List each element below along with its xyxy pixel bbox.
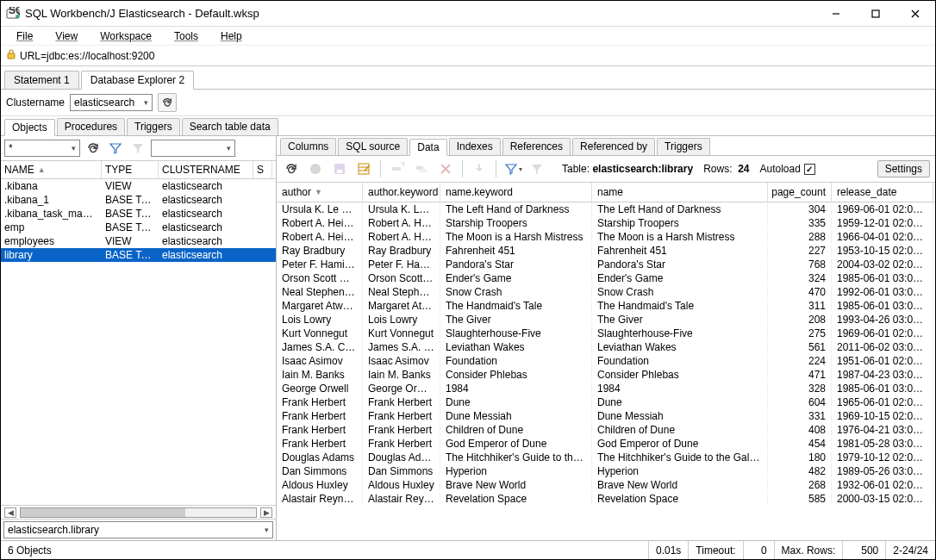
menu-file[interactable]: File	[6, 28, 43, 44]
clustername-select[interactable]: elasticsearch▾	[70, 94, 153, 111]
dcol-name[interactable]: name	[592, 183, 768, 202]
data-grid-body[interactable]: Ursula K. Le GuinUrsula K. Le GuinThe Le…	[277, 202, 935, 540]
object-row[interactable]: .kibana_task_managerBASE TABLEelasticsea…	[1, 207, 276, 221]
status-timeout-value[interactable]: 0	[743, 541, 774, 559]
data-row[interactable]: Kurt VonnegutKurt VonnegutSlaughterhouse…	[277, 327, 935, 340]
object-row-selected[interactable]: libraryBASE TABLEelasticsearch	[1, 248, 276, 262]
dcol-author[interactable]: author▼	[277, 183, 363, 202]
object-grid-header: NAME▲ TYPE CLUSTERNAME S	[1, 161, 276, 179]
data-row[interactable]: Dan SimmonsDan SimmonsHyperionHyperion48…	[277, 464, 935, 478]
dtab-triggers[interactable]: Triggers	[657, 138, 710, 155]
copy-row-icon[interactable]	[412, 159, 431, 178]
data-row[interactable]: Peter F. HamiltonPeter F. HamiltonPandor…	[277, 258, 935, 271]
tab-database-explorer-2[interactable]: Database Explorer 2	[81, 71, 194, 90]
data-row[interactable]: George OrwellGeorge Orwell19841984328198…	[277, 382, 935, 395]
selected-object-combo[interactable]: elasticsearch.library▾	[3, 521, 273, 538]
data-row[interactable]: Frank HerbertFrank HerbertChildren of Du…	[277, 423, 935, 437]
dcol-release-date[interactable]: release_date	[832, 183, 933, 202]
data-row[interactable]: Robert A. HeinleinRobert A. HeinleinStar…	[277, 216, 935, 230]
data-row[interactable]: Ray BradburyRay BradburyFahrenheit 451Fa…	[277, 244, 935, 258]
object-row[interactable]: employeesVIEWelasticsearch	[1, 234, 276, 248]
filter-funnel-clear-icon[interactable]	[527, 159, 546, 178]
insert-row-icon[interactable]: +	[388, 159, 407, 178]
object-row[interactable]: empBASE TABLEelasticsearch	[1, 221, 276, 234]
autoload-label: Autoload	[760, 163, 801, 175]
dtab-sql-source[interactable]: SQL source	[338, 138, 408, 155]
hscroll-left-icon[interactable]: ◀	[4, 507, 16, 518]
explorer-subtabs: Objects Procedures Triggers Search table…	[1, 116, 935, 136]
stop-icon[interactable]	[306, 159, 325, 178]
name-filter-combo[interactable]: ▾	[151, 140, 235, 157]
hscroll-thumb[interactable]	[21, 508, 185, 517]
filter-funnel-icon[interactable]	[106, 139, 125, 158]
toolbar-separator	[462, 160, 463, 177]
status-position: 2-24/24	[885, 541, 935, 559]
menu-help[interactable]: Help	[210, 28, 253, 44]
dcol-page-count[interactable]: page_count	[768, 183, 832, 202]
subtab-objects[interactable]: Objects	[4, 119, 55, 136]
svg-text:+: +	[401, 162, 404, 170]
save-icon[interactable]	[330, 159, 349, 178]
dtab-referenced-by[interactable]: Referenced by	[572, 138, 655, 155]
data-row[interactable]: Isaac AsimovIsaac AsimovFoundationFounda…	[277, 354, 935, 368]
col-clustername[interactable]: CLUSTERNAME	[159, 161, 253, 178]
maximize-button[interactable]	[856, 1, 895, 27]
refresh-data-icon[interactable]	[282, 159, 301, 178]
dtab-data[interactable]: Data	[409, 139, 446, 156]
app-window: SQL SQL Workbench/J Elasticsearch - Defa…	[0, 0, 936, 560]
svg-rect-10	[337, 170, 342, 173]
data-row[interactable]: Iain M. BanksIain M. BanksConsider Phleb…	[277, 368, 935, 382]
dtab-columns[interactable]: Columns	[280, 138, 336, 155]
data-row[interactable]: Neal StephensonNeal StephensonSnow Crash…	[277, 285, 935, 299]
menu-workspace[interactable]: Workspace	[90, 28, 162, 44]
data-row[interactable]: Alastair ReynoldsAlastair ReynoldsRevela…	[277, 492, 935, 506]
subtab-search-table-data[interactable]: Search table data	[182, 118, 278, 135]
data-row[interactable]: Frank HerbertFrank HerbertDuneDune604196…	[277, 395, 935, 409]
menu-tools[interactable]: Tools	[164, 28, 209, 44]
commit-down-icon[interactable]	[470, 159, 489, 178]
data-row[interactable]: Lois LowryLois LowryThe GiverThe Giver20…	[277, 313, 935, 327]
object-grid-body[interactable]: .kibanaVIEWelasticsearch .kibana_1BASE T…	[1, 179, 276, 505]
settings-button[interactable]: Settings	[877, 160, 930, 177]
menu-view[interactable]: View	[45, 28, 88, 44]
data-row[interactable]: Margaret AtwoodMargaret AtwoodThe Handma…	[277, 299, 935, 313]
window-controls	[816, 1, 935, 27]
close-button[interactable]	[895, 1, 935, 27]
col-type[interactable]: TYPE	[102, 161, 159, 178]
hscroll-right-icon[interactable]: ▶	[260, 507, 272, 518]
edit-table-icon[interactable]	[354, 159, 373, 178]
data-row[interactable]: Frank HerbertFrank HerbertDune MessiahDu…	[277, 409, 935, 423]
data-row[interactable]: Aldous HuxleyAldous HuxleyBrave New Worl…	[277, 478, 935, 492]
data-grid-header: author▼ author.keyword name.keyword name…	[277, 183, 935, 202]
col-name[interactable]: NAME▲	[1, 161, 102, 178]
data-row[interactable]: Robert A. HeinleinRobert A. HeinleinThe …	[277, 230, 935, 244]
data-row[interactable]: Ursula K. Le GuinUrsula K. Le GuinThe Le…	[277, 202, 935, 216]
refresh-icon[interactable]	[84, 139, 103, 158]
object-row[interactable]: .kibana_1BASE TABLEelasticsearch	[1, 193, 276, 207]
minimize-button[interactable]	[816, 1, 856, 27]
object-hscrollbar[interactable]: ◀ ▶	[1, 505, 276, 519]
subtab-triggers[interactable]: Triggers	[127, 118, 180, 135]
autoload-checkbox[interactable]: ✓	[804, 164, 815, 175]
delete-row-icon[interactable]	[436, 159, 455, 178]
dcol-author-keyword[interactable]: author.keyword	[363, 183, 440, 202]
filter-funnel-clear-icon[interactable]	[128, 139, 147, 158]
type-filter-combo[interactable]: *▾	[4, 140, 80, 157]
dtab-indexes[interactable]: Indexes	[449, 138, 501, 155]
dtab-references[interactable]: References	[502, 138, 571, 155]
refresh-cluster-button[interactable]	[158, 93, 177, 112]
detail-tabs: Columns SQL source Data Indexes Referenc…	[277, 136, 935, 156]
data-row[interactable]: Douglas AdamsDouglas AdamsThe Hitchhiker…	[277, 451, 935, 464]
col-s[interactable]: S	[253, 161, 272, 178]
filter-funnel-icon[interactable]: ▾	[503, 159, 522, 178]
data-row[interactable]: Orson Scott CardOrson Scott CardEnder's …	[277, 271, 935, 285]
url-text: URL=jdbc:es://localhost:9200	[20, 50, 154, 62]
data-row[interactable]: James S.A. CoreyJames S.A. CoreyLeviatha…	[277, 340, 935, 354]
tab-statement-1[interactable]: Statement 1	[4, 71, 79, 89]
status-maxrows-label: Max. Rows:	[774, 541, 843, 559]
status-maxrows-value[interactable]: 500	[842, 541, 885, 559]
dcol-name-keyword[interactable]: name.keyword	[440, 183, 592, 202]
data-row[interactable]: Frank HerbertFrank HerbertGod Emperor of…	[277, 437, 935, 451]
subtab-procedures[interactable]: Procedures	[57, 118, 125, 135]
object-row[interactable]: .kibanaVIEWelasticsearch	[1, 179, 276, 193]
